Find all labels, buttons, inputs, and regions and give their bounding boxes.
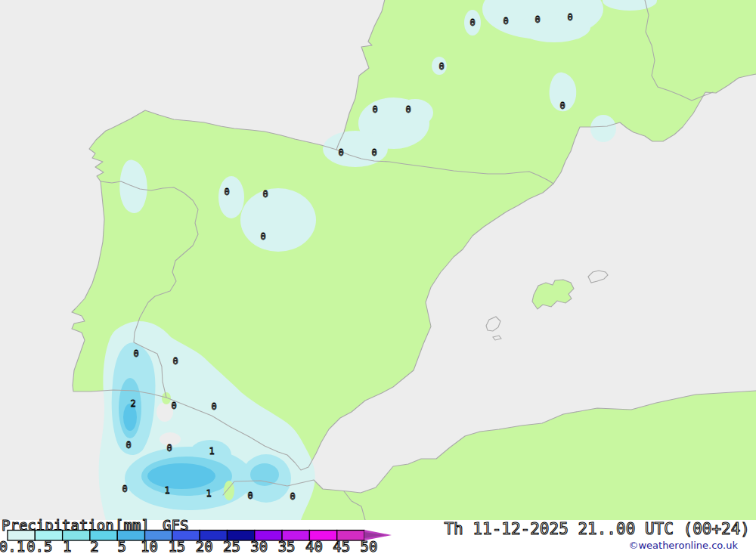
precip-value-label: 0 [371, 147, 376, 158]
precip-value-label: 0 [224, 187, 229, 197]
precip-value-label: 0 [338, 147, 343, 158]
precip-value-label: 0 [372, 104, 377, 115]
colorbar-tick-label: 0.1 [0, 538, 25, 554]
weather-map-screenshot: 00000000000000020000101100 Precipitation… [0, 0, 756, 554]
colorbar-tick-label: 2 [90, 538, 98, 554]
colorbar-tick-label: 30 [250, 538, 268, 554]
colorbar-tick-label: 10 [141, 538, 158, 554]
colorbar-tick-label: 0.5 [26, 538, 52, 554]
colorbar-tick-label: 45 [333, 538, 350, 554]
precip-value-label: 0 [172, 356, 178, 367]
colorbar-tick-label: 5 [118, 538, 126, 554]
precip-value-label: 1 [164, 485, 169, 496]
precip-value-label: 1 [206, 488, 211, 499]
copyright-text: ©weatheronline.co.uk [628, 540, 738, 551]
colorbar-tick-label: 15 [168, 538, 185, 554]
precip-value-label: 0 [247, 491, 253, 501]
precipitation-map: 00000000000000020000101100 Precipitation… [0, 0, 756, 554]
precip-value-label: 1 [209, 446, 214, 457]
precip-value-label: 0 [125, 440, 131, 450]
colorbar-tick-label: 40 [305, 538, 323, 554]
precip-value-label: 0 [405, 104, 411, 115]
precip-value-label: 0 [503, 16, 508, 26]
colorbar-tick-label: 25 [223, 538, 240, 554]
valid-time-text: Th 11-12-2025 21..00 UTC (00+24) [444, 520, 750, 538]
precip-value-label: 0 [171, 401, 176, 411]
precip-value-label: 0 [166, 443, 172, 453]
colorbar-tick-label: 20 [196, 538, 213, 554]
precip-value-label: 0 [122, 484, 127, 494]
colorbar-tick-label: 50 [361, 538, 378, 554]
precip-value-label: 0 [133, 348, 138, 359]
precip-value-label: 0 [211, 401, 216, 412]
colorbar-tick-label: 1 [63, 538, 71, 554]
precip-value-label: 0 [290, 491, 295, 502]
precip-value-label: 0 [469, 17, 475, 28]
precip-value-label: 0 [559, 101, 565, 111]
colorbar-tick-label: 35 [278, 538, 296, 554]
precip-value-label: 0 [438, 61, 444, 72]
precip-value-label: 0 [534, 14, 540, 25]
precip-value-label: 0 [260, 231, 265, 242]
precip-value-label: 0 [567, 12, 572, 23]
precip-value-label: 2 [130, 398, 135, 409]
precip-value-label: 0 [262, 189, 268, 200]
